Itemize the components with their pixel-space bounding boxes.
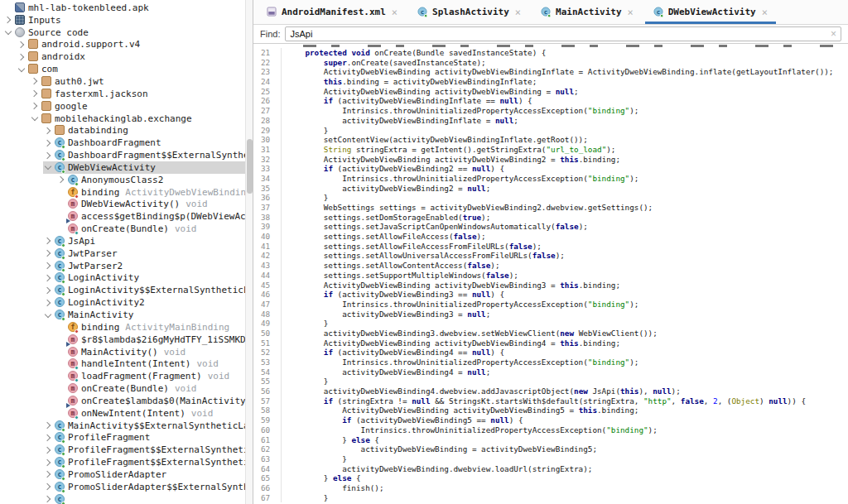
code-line[interactable]: 52 if (activityDwebViewBinding4 == null)… bbox=[253, 348, 848, 358]
chevron-right-icon[interactable] bbox=[17, 52, 26, 62]
tree-item-oncreate-bundle[interactable]: monCreate(Bundle)void bbox=[0, 382, 253, 395]
code-line[interactable]: 42 settings.setAllowUniversalAccessFromF… bbox=[253, 251, 848, 261]
code-line[interactable]: 39 settings.setJavaScriptCanOpenWindowsA… bbox=[253, 222, 848, 232]
tab-close-icon[interactable]: × bbox=[628, 7, 634, 18]
chevron-right-icon[interactable] bbox=[43, 151, 53, 161]
code-line[interactable]: 24 this.binding = activityDwebViewBindin… bbox=[253, 77, 848, 87]
code-line[interactable]: 65 } else { bbox=[253, 473, 848, 483]
tree-item-mainactivity[interactable]: mMainActivity()void bbox=[0, 346, 253, 358]
tree-item-oncreate-bundle[interactable]: monCreate(Bundle)void bbox=[0, 223, 253, 235]
code-line[interactable]: 64 activityDwebViewBinding.dwebview.load… bbox=[253, 464, 848, 474]
tree-item-databinding[interactable]: databinding bbox=[0, 124, 253, 137]
chevron-down-icon[interactable] bbox=[3, 27, 13, 37]
chevron-right-icon[interactable] bbox=[43, 286, 53, 295]
code-line[interactable]: 41 settings.setAllowFileAccessFromFileUR… bbox=[253, 242, 848, 252]
tree-item-com[interactable]: com bbox=[0, 63, 253, 75]
tree-item-binding[interactable]: fbindingActivityDwebViewBinding bbox=[0, 186, 253, 199]
tree-item-loginactivity-externalsyntheticlam[interactable]: cLoginActivity$$ExternalSyntheticLam bbox=[0, 284, 253, 296]
code-line[interactable]: 43 settings.setAllowContentAccess(false)… bbox=[253, 261, 848, 271]
tab-splashactivity[interactable]: cSplashActivity× bbox=[407, 0, 531, 24]
code-line[interactable]: 51 ActivityDwebViewBinding activityDwebV… bbox=[253, 338, 848, 348]
tree-item-profilefragment[interactable]: cProfileFragment bbox=[0, 432, 253, 444]
tree-item-profilefragment-externalsyntheticl[interactable]: cProfileFragment$$ExternalSyntheticL bbox=[0, 444, 253, 456]
code-line[interactable]: 56 activityDwebViewBinding4.dwebview.add… bbox=[253, 386, 848, 396]
tree-item-dashboardfragment[interactable]: cDashboardFragment bbox=[0, 137, 253, 149]
tree-item-r8-lambda-2i6gmyhdtfy-1issmkdgb5[interactable]: m$r8$lambda$2i6gMyHdTFY_1iSSMKDGb5 bbox=[0, 334, 253, 346]
chevron-right-icon[interactable] bbox=[43, 469, 53, 479]
chevron-right-icon[interactable] bbox=[43, 236, 53, 246]
code-area[interactable]: 21 protected void onCreate(Bundle savedI… bbox=[253, 44, 848, 504]
code-line[interactable]: 57 if (stringExtra != null && StringsKt.… bbox=[253, 396, 848, 406]
tree-item-promoslideradapter-externalsynthet[interactable]: cPromoSliderAdapter$$ExternalSynthet bbox=[0, 481, 253, 493]
tree-item-dwebviewactivity[interactable]: cDWebViewActivity bbox=[0, 161, 253, 174]
tree-item-mhl-lab-tokenbleed-apk[interactable]: mhl-lab-tokenbleed.apk bbox=[0, 2, 253, 14]
tree-item-handleintent-intent[interactable]: mhandleIntent(Intent)void bbox=[0, 358, 253, 370]
tree-item-oncreate-lambda-0-mainactivity-m[interactable]: monCreate$lambda$0(MainActivity, M bbox=[0, 395, 253, 407]
code-line[interactable]: 36 } bbox=[253, 193, 848, 203]
code-line[interactable]: 28 activityDwebViewBindingInflate = null… bbox=[253, 116, 848, 126]
code-line[interactable]: 22 super.onCreate(savedInstanceState); bbox=[253, 58, 848, 68]
tree-item-androidx[interactable]: androidx bbox=[0, 50, 253, 63]
code-line[interactable]: 35 activityDwebViewBinding2 = null; bbox=[253, 184, 848, 194]
tree-scrollbar-thumb[interactable] bbox=[247, 139, 253, 194]
chevron-right-icon[interactable] bbox=[17, 40, 26, 50]
code-line[interactable]: 49 } bbox=[253, 319, 848, 329]
code-line[interactable]: 31 String stringExtra = getIntent().getS… bbox=[253, 145, 848, 155]
tree-item-anonymousclass2[interactable]: cAnonymousClass2 bbox=[0, 174, 253, 186]
chevron-right-icon[interactable] bbox=[43, 248, 53, 258]
chevron-right-icon[interactable] bbox=[56, 175, 66, 185]
tab-close-icon[interactable]: × bbox=[392, 7, 398, 18]
code-line[interactable]: 46 if (activityDwebViewBinding3 == null)… bbox=[253, 290, 848, 300]
tree-item-mainactivity[interactable]: cMainActivity bbox=[0, 309, 253, 321]
tree-item-jwtparser[interactable]: cJwtParser bbox=[0, 247, 253, 260]
code-line[interactable]: 47 Intrinsics.throwUninitializedProperty… bbox=[253, 300, 848, 310]
code-line[interactable]: 59 if (activityDwebViewBinding5 == null)… bbox=[253, 415, 848, 425]
chevron-right-icon[interactable] bbox=[43, 494, 53, 504]
code-line[interactable]: 54 activityDwebViewBinding4 = null; bbox=[253, 367, 848, 377]
code-line[interactable]: 27 Intrinsics.throwUninitializedProperty… bbox=[253, 106, 848, 116]
tree-item-loginactivity2[interactable]: cLoginActivity2 bbox=[0, 296, 253, 309]
code-line[interactable]: 55 } bbox=[253, 377, 848, 386]
code-line[interactable]: 29 } bbox=[253, 126, 848, 136]
tree-item-onnewintent-intent[interactable]: monNewIntent(Intent)void bbox=[0, 407, 253, 420]
code-line[interactable]: 40 settings.setAllowFileAccess(false); bbox=[253, 232, 848, 242]
code-line[interactable]: 23 ActivityDwebViewBinding activityDwebV… bbox=[253, 67, 848, 77]
chevron-right-icon[interactable] bbox=[30, 101, 40, 111]
chevron-right-icon[interactable] bbox=[43, 298, 53, 308]
tab-dwebviewactivity[interactable]: cDWebViewActivity× bbox=[643, 0, 778, 24]
code-line[interactable]: 66 finish(); bbox=[253, 483, 848, 493]
chevron-right-icon[interactable] bbox=[43, 482, 53, 492]
tree-scrollbar[interactable] bbox=[245, 0, 253, 504]
tree-item-loginactivity[interactable]: cLoginActivity bbox=[0, 272, 253, 285]
code-line[interactable]: 67 } bbox=[253, 493, 848, 503]
tree-item-mainactivity-externalsyntheticlamb[interactable]: cMainActivity$$ExternalSyntheticLamb bbox=[0, 420, 253, 432]
code-line[interactable]: 58 ActivityDwebViewBinding activityDwebV… bbox=[253, 406, 848, 415]
tab-close-icon[interactable]: × bbox=[515, 7, 521, 18]
tree-item-jwtparser2[interactable]: cJwtParser2 bbox=[0, 260, 253, 272]
chevron-right-icon[interactable] bbox=[43, 138, 53, 148]
chevron-down-icon[interactable] bbox=[43, 310, 53, 320]
chevron-right-icon[interactable] bbox=[43, 273, 53, 283]
chevron-right-icon[interactable] bbox=[43, 445, 53, 455]
code-line[interactable]: 62 activityDwebViewBinding = activityDwe… bbox=[253, 444, 848, 454]
chevron-down-icon[interactable] bbox=[17, 65, 26, 74]
chevron-down-icon[interactable] bbox=[30, 113, 40, 123]
code-line[interactable]: 60 Intrinsics.throwUninitializedProperty… bbox=[253, 425, 848, 435]
tab-close-icon[interactable]: × bbox=[762, 7, 768, 18]
chevron-right-icon[interactable] bbox=[30, 89, 40, 98]
tab-mainactivity[interactable]: cMainActivity× bbox=[531, 0, 643, 24]
code-line[interactable]: 45 ActivityDwebViewBinding activityDwebV… bbox=[253, 281, 848, 290]
tree-item-access-getbinding-p-dwebviewactiv[interactable]: maccess$getBinding$p(DWebViewActiv bbox=[0, 210, 253, 223]
code-line[interactable]: 26 if (activityDwebViewBindingInflate ==… bbox=[253, 96, 848, 106]
file-tree-panel[interactable]: mhl-lab-tokenbleed.apkInputsSource codea… bbox=[0, 0, 253, 504]
code-line[interactable]: 34 Intrinsics.throwUninitializedProperty… bbox=[253, 174, 848, 184]
find-input[interactable] bbox=[285, 26, 841, 41]
code-line[interactable]: 25 ActivityDwebViewBinding activityDwebV… bbox=[253, 87, 848, 97]
chevron-right-icon[interactable] bbox=[43, 433, 53, 443]
tree-item-jsapi[interactable]: cJsApi bbox=[0, 235, 253, 247]
code-line[interactable]: 61 } else { bbox=[253, 435, 848, 445]
tree-item-fasterxml-jackson[interactable]: fasterxml.jackson bbox=[0, 88, 253, 100]
tree-item-profilefragment-externalsyntheticl[interactable]: cProfileFragment$$ExternalSyntheticL bbox=[0, 456, 253, 468]
code-line[interactable]: 21 protected void onCreate(Bundle savedI… bbox=[253, 48, 848, 58]
tree-item-auth0-jwt[interactable]: auth0.jwt bbox=[0, 75, 253, 88]
